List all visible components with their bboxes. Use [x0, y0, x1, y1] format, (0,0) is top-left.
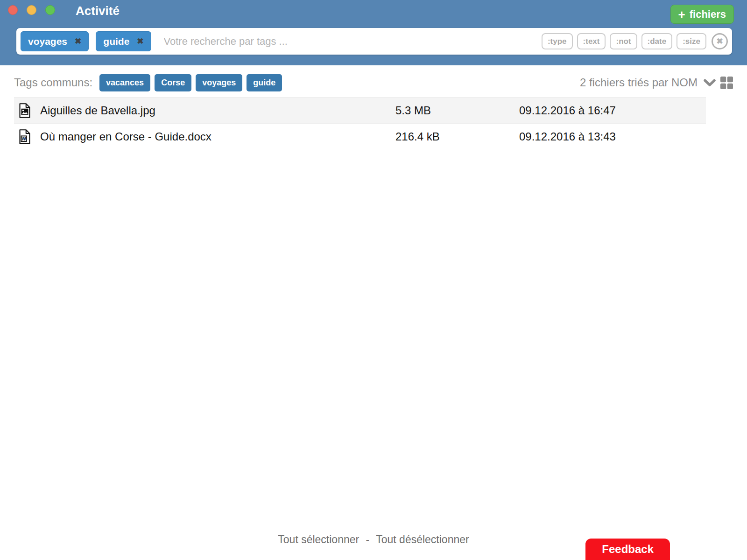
- file-name: Où manger en Corse - Guide.docx: [40, 130, 395, 143]
- file-size: 216.4 kB: [395, 130, 519, 143]
- filter-type-button[interactable]: :type: [542, 33, 573, 49]
- window-title: Activité: [76, 4, 120, 18]
- plus-icon: +: [678, 8, 685, 21]
- deselect-all-link[interactable]: Tout désélectionner: [376, 533, 469, 546]
- image-file-icon: [19, 103, 31, 118]
- select-all-link[interactable]: Tout sélectionner: [278, 533, 359, 546]
- search-chip-voyages[interactable]: voyages ✖: [21, 31, 89, 51]
- tag-guide[interactable]: guide: [247, 74, 282, 91]
- tag-search-bar: voyages ✖ guide ✖ :type :text :not :date…: [16, 28, 732, 55]
- link-separator: -: [366, 533, 370, 546]
- filter-text-button[interactable]: :text: [577, 33, 606, 49]
- zoom-window-button[interactable]: [45, 5, 55, 15]
- file-row-ou-manger[interactable]: W Où manger en Corse - Guide.docx 216.4 …: [14, 124, 706, 150]
- close-window-button[interactable]: [8, 5, 18, 15]
- search-chip-label: voyages: [28, 36, 67, 47]
- file-size: 5.3 MB: [395, 104, 519, 117]
- filter-not-button[interactable]: :not: [610, 33, 637, 49]
- clear-search-icon[interactable]: ✖: [712, 33, 728, 49]
- titlebar: Activité + fichiers voyages ✖ guide ✖ :t…: [0, 0, 747, 65]
- chevron-down-icon[interactable]: [703, 79, 716, 87]
- add-files-label: fichiers: [690, 8, 726, 21]
- grid-view-icon[interactable]: [720, 77, 733, 89]
- add-files-button[interactable]: + fichiers: [670, 5, 734, 24]
- traffic-lights: [8, 5, 55, 15]
- remove-tag-icon[interactable]: ✖: [137, 36, 143, 46]
- remove-tag-icon[interactable]: ✖: [75, 36, 81, 46]
- tag-vacances[interactable]: vacances: [99, 74, 150, 91]
- svg-text:W: W: [21, 136, 26, 141]
- file-name: Aiguilles de Bavella.jpg: [40, 104, 395, 117]
- sort-status-text: 2 fichiers triés par NOM: [580, 76, 698, 89]
- common-tags-bar: Tags communs: vacances Corse voyages gui…: [14, 72, 733, 93]
- common-tags-label: Tags communs:: [14, 76, 92, 89]
- tag-corse[interactable]: Corse: [155, 74, 191, 91]
- file-list: Aiguilles de Bavella.jpg 5.3 MB 09.12.20…: [14, 97, 706, 150]
- tag-voyages[interactable]: voyages: [196, 74, 242, 91]
- file-date: 09.12.2016 à 13:43: [519, 130, 706, 143]
- minimize-window-button[interactable]: [27, 5, 36, 15]
- filter-size-button[interactable]: :size: [677, 33, 706, 49]
- app-window: Activité + fichiers voyages ✖ guide ✖ :t…: [0, 0, 747, 560]
- word-file-icon: W: [19, 129, 31, 144]
- search-chip-label: guide: [103, 36, 129, 47]
- file-row-aiguilles[interactable]: Aiguilles de Bavella.jpg 5.3 MB 09.12.20…: [14, 97, 706, 124]
- filter-date-button[interactable]: :date: [641, 33, 673, 49]
- tag-search-input[interactable]: [158, 35, 537, 48]
- feedback-button[interactable]: Feedback: [585, 539, 670, 560]
- file-date: 09.12.2016 à 16:47: [519, 104, 706, 117]
- search-chip-guide[interactable]: guide ✖: [96, 31, 151, 51]
